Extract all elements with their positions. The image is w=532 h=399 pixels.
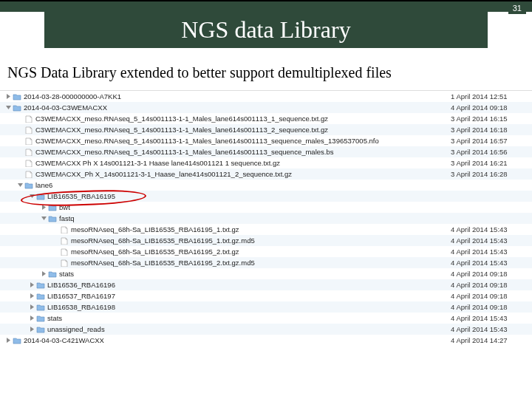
folder-icon (35, 292, 46, 301)
folder-icon (35, 314, 46, 323)
folder-row[interactable]: stats4 April 2014 09:18 (0, 268, 532, 279)
item-date: 4 April 2014 15:43 (451, 248, 532, 256)
folder-icon (35, 325, 46, 334)
item-name: stats (59, 270, 451, 278)
item-date: 4 April 2014 09:18 (451, 281, 532, 289)
item-date: 4 April 2014 15:43 (451, 259, 532, 267)
item-date: 4 April 2014 09:18 (451, 292, 532, 300)
folder-icon (35, 281, 46, 290)
file-icon (24, 148, 34, 157)
item-date: 3 April 2014 16:15 (451, 115, 532, 123)
file-icon (24, 159, 34, 168)
disclosure-down-icon[interactable] (16, 183, 24, 188)
item-name: unassigned_reads (47, 325, 451, 333)
item-name: fastq (59, 214, 451, 222)
item-name: C3WEMACXX Ph X 14s001121-3-1 Haase lane4… (35, 159, 451, 167)
folder-icon (24, 181, 34, 190)
file-row[interactable]: C3WEMACXX Ph X 14s001121-3-1 Haase lane4… (0, 157, 532, 168)
disclosure-down-icon[interactable] (40, 216, 47, 221)
item-date: 3 April 2014 16:57 (451, 137, 532, 145)
item-name: bwt (59, 203, 451, 211)
item-name: stats (47, 314, 451, 322)
folder-icon (12, 103, 22, 112)
file-icon (59, 259, 69, 267)
file-icon (24, 170, 34, 179)
folder-row[interactable]: stats4 April 2014 15:43 (0, 313, 532, 324)
page-number-badge: 31 (508, 2, 526, 14)
file-row[interactable]: C3WEMACXX_meso.RNAseq_5_14s001113-1-1_Ma… (0, 146, 532, 157)
file-icon (24, 137, 34, 146)
file-row[interactable]: mesoRNAseq_68h-Sa_LIB16535_RBA16195_1.tx… (0, 235, 532, 246)
item-name: LIB16538_RBA16198 (47, 303, 451, 311)
folder-row[interactable]: unassigned_reads4 April 2014 15:43 (0, 324, 532, 335)
disclosure-right-icon[interactable] (28, 316, 35, 321)
file-row[interactable]: C3WEMACXX_meso.RNAseq_5_14s001113-1-1_Ma… (0, 113, 532, 124)
item-date: 3 April 2014 16:28 (451, 170, 532, 178)
file-icon (24, 126, 34, 134)
item-date: 3 April 2014 16:18 (451, 126, 532, 134)
folder-row[interactable]: LIB16538_RBA161984 April 2014 09:18 (0, 301, 532, 313)
disclosure-down-icon[interactable] (28, 194, 35, 199)
item-name: mesoRNAseq_68h-Sa_LIB16535_RBA16195_1.tx… (71, 236, 451, 245)
item-date: 4 April 2014 14:27 (451, 336, 532, 344)
folder-row[interactable]: 2014-03-28-000000000-A7KK11 April 2014 1… (0, 91, 532, 102)
folder-icon (47, 203, 58, 212)
file-row[interactable]: C3WEMACXX_meso.RNAseq_5_14s001113-1-1_Ma… (0, 135, 532, 146)
item-date: 4 April 2014 15:43 (451, 225, 532, 233)
folder-row[interactable]: lane6 (0, 180, 532, 191)
item-date: 3 April 2014 16:21 (451, 159, 532, 167)
disclosure-down-icon[interactable] (4, 105, 12, 110)
file-icon (59, 225, 69, 234)
item-name: C3WEMACXX_meso.RNAseq_5_14s001113-1-1_Ma… (35, 137, 451, 145)
folder-icon (47, 214, 58, 223)
item-date: 4 April 2014 09:18 (451, 303, 532, 311)
folder-icon (12, 92, 22, 101)
folder-row[interactable]: fastq (0, 213, 532, 224)
folder-icon (35, 303, 46, 312)
file-row[interactable]: mesoRNAseq_68h-Sa_LIB16535_RBA16195_2.tx… (0, 257, 532, 268)
disclosure-right-icon[interactable] (4, 94, 12, 99)
item-date: 4 April 2014 09:18 (451, 103, 532, 112)
folder-icon (47, 270, 58, 279)
file-row[interactable]: mesoRNAseq_68h-Sa_LIB16535_RBA16195_1.tx… (0, 224, 532, 235)
disclosure-right-icon[interactable] (28, 327, 35, 332)
folder-row[interactable]: 2014-04-03-C3WEMACXX4 April 2014 09:18 (0, 102, 532, 113)
folder-row[interactable]: bwt (0, 202, 532, 213)
file-browser: 2014-03-28-000000000-A7KK11 April 2014 1… (0, 90, 532, 346)
item-name: 2014-03-28-000000000-A7KK1 (24, 92, 451, 100)
disclosure-right-icon[interactable] (40, 271, 47, 276)
file-row[interactable]: C3WEMACXX_meso.RNAseq_5_14s001113-1-1_Ma… (0, 124, 532, 135)
item-date: 1 April 2014 12:51 (451, 92, 532, 100)
item-name: LIB16535_RBA16195 (47, 192, 451, 200)
disclosure-right-icon[interactable] (4, 338, 12, 343)
item-name: mesoRNAseq_68h-Sa_LIB16535_RBA16195_2.tx… (71, 259, 451, 267)
disclosure-right-icon[interactable] (28, 304, 35, 310)
item-name: C3WEMACXX_Ph X_14s001121-3-1_Haase_lane4… (35, 170, 451, 178)
folder-row[interactable]: 2014-04-03-C421WACXX4 April 2014 14:27 (0, 335, 532, 346)
disclosure-right-icon[interactable] (40, 205, 47, 210)
rule-thick (0, 1, 532, 12)
file-row[interactable]: mesoRNAseq_68h-Sa_LIB16535_RBA16195_2.tx… (0, 246, 532, 257)
title-bar: NGS data Library (44, 12, 488, 48)
file-icon (59, 248, 69, 256)
file-icon (59, 236, 69, 245)
item-date: 4 April 2014 15:43 (451, 325, 532, 333)
item-name: LIB16537_RBA16197 (47, 292, 451, 300)
item-date: 4 April 2014 09:18 (451, 270, 532, 278)
folder-row[interactable]: LIB16535_RBA16195 (0, 191, 532, 202)
folder-icon (35, 192, 46, 201)
folder-row[interactable]: LIB16537_RBA161974 April 2014 09:18 (0, 290, 532, 301)
item-name: LIB16536_RBA16196 (47, 281, 451, 289)
file-icon (24, 115, 34, 123)
item-name: 2014-04-03-C3WEMACXX (24, 103, 451, 112)
folder-row[interactable]: LIB16536_RBA161964 April 2014 09:18 (0, 279, 532, 290)
item-name: 2014-04-03-C421WACXX (24, 336, 451, 344)
disclosure-right-icon[interactable] (28, 293, 35, 299)
item-name: C3WEMACXX_meso.RNAseq_5_14s001113-1-1_Ma… (35, 115, 451, 123)
file-row[interactable]: C3WEMACXX_Ph X_14s001121-3-1_Haase_lane4… (0, 168, 532, 180)
item-name: mesoRNAseq_68h-Sa_LIB16535_RBA16195_2.tx… (71, 248, 451, 256)
item-name: C3WEMACXX_meso.RNAseq_5_14s001113-1-1_Ma… (35, 148, 451, 156)
disclosure-right-icon[interactable] (28, 282, 35, 287)
folder-icon (12, 336, 22, 345)
slide-subtitle: NGS Data Library extended to better supp… (0, 48, 532, 90)
